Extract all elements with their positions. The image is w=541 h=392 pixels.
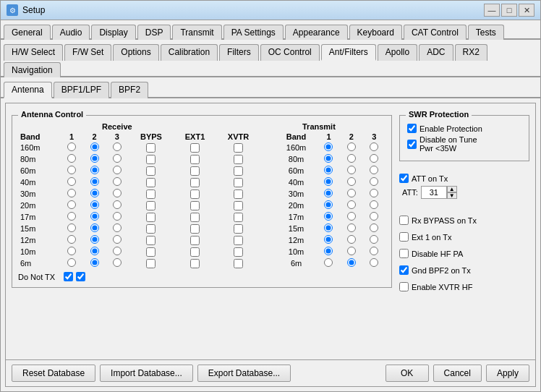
tx20-2-radio[interactable]	[347, 200, 356, 209]
xvtr6-check[interactable]	[234, 259, 243, 268]
do-not-tx-check-1[interactable]	[64, 272, 73, 281]
tx10-3-radio[interactable]	[370, 247, 378, 255]
byps17-check[interactable]	[146, 213, 156, 222]
tx17-2-radio[interactable]	[347, 212, 356, 221]
tab-oc-control[interactable]: OC Control	[260, 44, 320, 61]
xvtr80-check[interactable]	[234, 155, 243, 164]
tx80-3-radio[interactable]	[370, 154, 378, 163]
tx160-2-radio[interactable]	[347, 142, 356, 151]
tab-options[interactable]: Options	[113, 44, 158, 61]
tx30-3-radio[interactable]	[370, 189, 378, 197]
tab-keyboard[interactable]: Keyboard	[349, 25, 402, 40]
tab-audio[interactable]: Audio	[52, 25, 90, 40]
rx15-1-radio[interactable]	[67, 223, 76, 232]
byps10-check[interactable]	[146, 247, 156, 257]
reset-database-button[interactable]: Reset Database	[12, 365, 95, 382]
byps160-check[interactable]	[146, 143, 156, 153]
rx15-2-radio[interactable]	[90, 223, 99, 232]
tx40-3-radio[interactable]	[370, 177, 378, 186]
maximize-button[interactable]: □	[501, 4, 517, 17]
tab-transmit[interactable]: Transmit	[172, 25, 221, 40]
tab-antenna[interactable]: Antenna	[4, 82, 52, 98]
rx160-3-radio[interactable]	[113, 142, 122, 151]
rx30-2-radio[interactable]	[90, 189, 99, 197]
ext1-on-tx-check[interactable]	[399, 232, 409, 242]
rx17-3-radio[interactable]	[113, 212, 122, 221]
tx80-1-radio[interactable]	[324, 154, 333, 163]
tx30-2-radio[interactable]	[347, 189, 356, 197]
enable-xvtr-hf-check[interactable]	[399, 282, 409, 291]
tx60-1-radio[interactable]	[324, 166, 333, 174]
export-database-button[interactable]: Export Database...	[197, 365, 291, 382]
rx10-1-radio[interactable]	[67, 247, 76, 255]
rx40-3-radio[interactable]	[113, 177, 122, 186]
att-input[interactable]	[421, 186, 447, 199]
tx12-3-radio[interactable]	[370, 235, 378, 244]
tab-rx2[interactable]: RX2	[455, 44, 487, 61]
tab-fw-set[interactable]: F/W Set	[64, 44, 111, 61]
rx20-1-radio[interactable]	[67, 200, 76, 209]
minimize-button[interactable]: —	[484, 4, 500, 17]
do-not-tx-check-2[interactable]	[76, 272, 85, 281]
import-database-button[interactable]: Import Database...	[100, 365, 193, 382]
rx12-2-radio[interactable]	[90, 235, 99, 244]
rx80-1-radio[interactable]	[67, 154, 76, 163]
rx15-3-radio[interactable]	[113, 223, 122, 232]
rx30-3-radio[interactable]	[113, 189, 122, 197]
tab-tests[interactable]: Tests	[468, 25, 504, 40]
rx10-3-radio[interactable]	[113, 247, 122, 255]
tx15-3-radio[interactable]	[370, 223, 378, 232]
byps60-check[interactable]	[146, 166, 156, 176]
rx30-1-radio[interactable]	[67, 189, 76, 197]
tx10-2-radio[interactable]	[347, 247, 356, 255]
tx15-1-radio[interactable]	[324, 223, 333, 232]
rx80-2-radio[interactable]	[90, 154, 99, 163]
xvtr17-check[interactable]	[234, 213, 243, 222]
apply-button[interactable]: Apply	[486, 365, 529, 382]
tab-bpf1-lpf[interactable]: BPF1/LPF	[54, 82, 109, 98]
rx20-2-radio[interactable]	[90, 200, 99, 209]
tx6-1-radio[interactable]	[324, 258, 333, 267]
xvtr20-check[interactable]	[234, 201, 243, 210]
tx12-2-radio[interactable]	[347, 235, 356, 244]
tx160-3-radio[interactable]	[370, 142, 378, 151]
close-button[interactable]: ✕	[519, 4, 534, 17]
xvtr30-check[interactable]	[234, 189, 243, 199]
rx12-1-radio[interactable]	[67, 235, 76, 244]
tab-ant-filters[interactable]: Ant/Filters	[321, 44, 376, 61]
disable-on-tune-check[interactable]	[407, 140, 417, 149]
rx160-1-radio[interactable]	[67, 142, 76, 151]
tx17-3-radio[interactable]	[370, 212, 378, 221]
ok-button[interactable]: OK	[385, 365, 429, 382]
byps12-check[interactable]	[146, 236, 156, 245]
xvtr40-check[interactable]	[234, 178, 243, 187]
rx17-1-radio[interactable]	[67, 212, 76, 221]
tx17-1-radio[interactable]	[324, 212, 333, 221]
att-spinner[interactable]: ▲ ▼	[421, 186, 457, 199]
ext1-60-check[interactable]	[190, 166, 200, 176]
rx6-3-radio[interactable]	[113, 258, 122, 267]
rx60-2-radio[interactable]	[90, 166, 99, 174]
att-increment-button[interactable]: ▲	[447, 186, 457, 192]
disable-hf-pa-check[interactable]	[399, 249, 409, 258]
tx6-2-radio[interactable]	[347, 258, 356, 267]
byps80-check[interactable]	[146, 155, 156, 164]
ext1-160-check[interactable]	[190, 143, 200, 153]
tx20-3-radio[interactable]	[370, 200, 378, 209]
tab-appearance[interactable]: Appearance	[285, 25, 348, 40]
ext1-15-check[interactable]	[190, 224, 200, 234]
rx60-3-radio[interactable]	[113, 166, 122, 174]
byps6-check[interactable]	[146, 259, 156, 268]
tx60-2-radio[interactable]	[347, 166, 356, 174]
xvtr12-check[interactable]	[234, 236, 243, 245]
att-on-tx-check[interactable]	[399, 174, 409, 183]
tx12-1-radio[interactable]	[324, 235, 333, 244]
tx20-1-radio[interactable]	[324, 200, 333, 209]
tab-adc[interactable]: ADC	[419, 44, 453, 61]
byps40-check[interactable]	[146, 178, 156, 187]
ext1-10-check[interactable]	[190, 247, 200, 257]
rx-bypass-check[interactable]	[399, 216, 409, 225]
ext1-20-check[interactable]	[190, 201, 200, 210]
ext1-40-check[interactable]	[190, 178, 200, 187]
rx160-2-radio[interactable]	[90, 142, 99, 151]
